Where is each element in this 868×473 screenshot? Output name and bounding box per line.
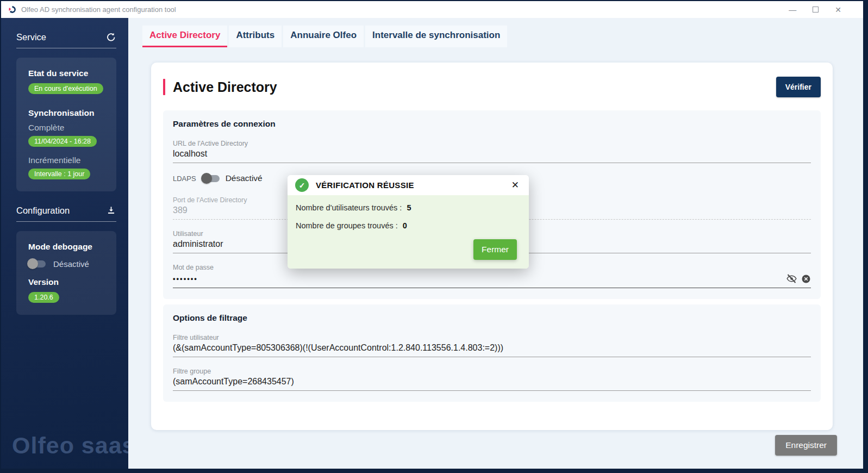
debug-toggle[interactable] — [28, 260, 46, 267]
ldaps-toggle[interactable] — [202, 175, 220, 182]
titlebar: Olfeo AD synchronisation agent configura… — [1, 1, 863, 18]
ad-url-label: URL de l'Active Directory — [173, 140, 811, 147]
maximize-icon[interactable] — [813, 6, 819, 14]
divider — [16, 48, 116, 48]
group-filter-field: Filtre groupe (samAccountType=268435457) — [173, 368, 811, 391]
groups-found-row: Nombre de groupes trouvés : 0 — [296, 221, 518, 230]
users-found-label: Nombre d'utilisateurs trouvés : — [296, 203, 402, 212]
tab-active-directory[interactable]: Active Directory — [142, 26, 227, 47]
version-badge: 1.20.6 — [28, 292, 59, 303]
incremental-sync-badge: Intervalle : 1 jour — [28, 169, 90, 179]
user-filter-field: Filtre utilisateur (&(samAccountType=805… — [173, 334, 811, 357]
tab-annuaire-olfeo[interactable]: Annuaire Olfeo — [283, 26, 364, 47]
service-state-badge: En cours d'exécution — [28, 83, 103, 94]
close-icon[interactable]: ✕ — [835, 6, 841, 14]
user-filter-input[interactable]: (&(samAccountType=805306368)(!(UserAccou… — [173, 343, 811, 357]
service-section-title: Service — [16, 32, 46, 42]
ldaps-label: LDAPS — [173, 175, 196, 183]
tab-attributs[interactable]: Attributs — [229, 26, 282, 47]
groups-found-label: Nombre de groupes trouvés : — [296, 221, 398, 230]
full-sync-label: Complète — [28, 123, 104, 133]
service-state-label: Etat du service — [28, 69, 104, 78]
full-sync-badge: 11/04/2024 - 16:28 — [28, 136, 97, 147]
olfeo-logo-icon — [8, 5, 17, 14]
sync-icon[interactable] — [106, 32, 116, 42]
download-icon[interactable] — [106, 206, 116, 216]
title-accent-bar — [163, 79, 165, 95]
connection-settings-heading: Paramètres de connexion — [173, 119, 811, 129]
tab-intervalle-synchronisation[interactable]: Intervalle de synchronisation — [365, 26, 507, 47]
incremental-sync-label: Incrémentielle — [28, 155, 104, 165]
group-filter-input[interactable]: (samAccountType=268435457) — [173, 377, 811, 391]
group-filter-label: Filtre groupe — [173, 368, 811, 375]
tab-bar: Active Directory Attributs Annuaire Olfe… — [142, 26, 507, 47]
modal-title: VÉRIFICATION RÉUSSIE — [316, 181, 414, 190]
sync-label: Synchronisation — [28, 108, 104, 118]
verify-button[interactable]: Vérifier — [776, 77, 821, 97]
filter-options-panel: Options de filtrage Filtre utilisateur (… — [163, 304, 821, 402]
filter-options-heading: Options de filtrage — [173, 313, 811, 323]
groups-found-value: 0 — [403, 221, 407, 230]
save-button[interactable]: Enregistrer — [775, 435, 837, 456]
ldaps-state: Désactivé — [226, 173, 263, 183]
debug-mode-label: Mode debogage — [28, 242, 104, 252]
sidebar: Service Etat du service En cours d'exécu… — [1, 18, 128, 469]
visibility-off-icon[interactable] — [786, 273, 797, 284]
verification-modal: ✓ VÉRIFICATION RÉUSSIE ✕ Nombre d'utilis… — [288, 175, 529, 269]
modal-close-button[interactable]: Fermer — [473, 239, 517, 260]
debug-version-card: Mode debogage Désactivé Version 1.20.6 — [16, 231, 116, 315]
configuration-section-title: Configuration — [16, 206, 70, 216]
olfeo-saas-watermark: Olfeo saas — [12, 432, 136, 459]
window-controls: — ✕ — [789, 6, 857, 14]
users-found-value: 5 — [407, 203, 411, 212]
ad-url-input[interactable]: localhost — [173, 149, 811, 163]
service-status-card: Etat du service En cours d'exécution Syn… — [16, 58, 116, 191]
user-filter-label: Filtre utilisateur — [173, 334, 811, 341]
debug-toggle-state: Désactivé — [53, 259, 89, 269]
divider — [16, 221, 116, 222]
page-title: Active Directory — [173, 79, 277, 95]
modal-close-icon[interactable]: ✕ — [511, 179, 519, 191]
ad-url-field: URL de l'Active Directory localhost — [173, 140, 811, 163]
clear-password-icon[interactable] — [801, 274, 811, 284]
window-title: Olfeo AD synchronisation agent configura… — [21, 5, 176, 14]
minimize-icon[interactable]: — — [789, 6, 796, 14]
success-check-icon: ✓ — [295, 178, 309, 192]
password-input[interactable]: ••••••• — [173, 275, 198, 283]
users-found-row: Nombre d'utilisateurs trouvés : 5 — [296, 203, 518, 212]
app-window: Olfeo AD synchronisation agent configura… — [0, 0, 868, 473]
version-label: Version — [28, 277, 104, 287]
